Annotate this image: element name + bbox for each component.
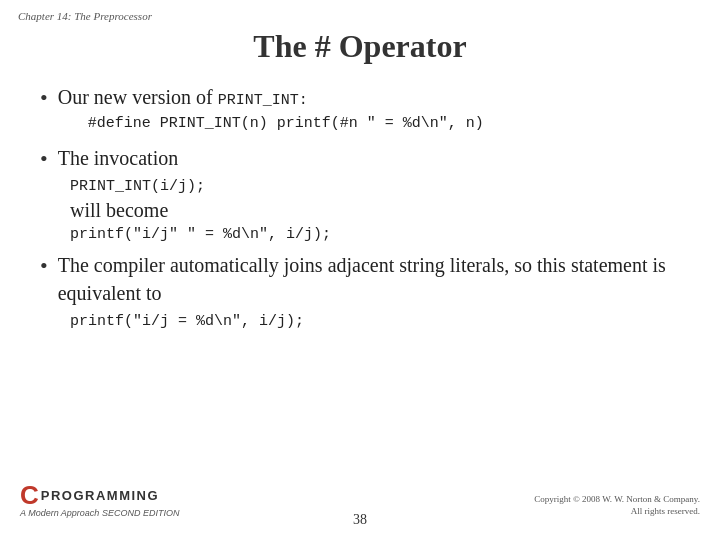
code-inline-1: PRINT_INT: (218, 92, 308, 109)
bullet-text-3: The compiler automatically joins adjacen… (58, 254, 666, 304)
code-block-2b: printf("i/j" " = %d\n", i/j); (70, 226, 680, 243)
footer-logo: C PROGRAMMING A Modern Approach SECOND E… (20, 482, 179, 518)
code-block-3: printf("i/j = %d\n", i/j); (70, 313, 680, 330)
logo-programming-text: PROGRAMMING (41, 488, 159, 503)
logo-c-letter: C (20, 482, 39, 508)
logo-subtitle-text: A Modern Approach SECOND EDITION (20, 508, 179, 518)
page-number: 38 (353, 512, 367, 528)
bullet-item-3: • The compiler automatically joins adjac… (40, 251, 680, 307)
bullet-text-1: Our new version of PRINT_INT: (58, 86, 308, 108)
footer-copyright: Copyright © 2008 W. W. Norton & Company.… (534, 493, 700, 518)
bullet-text-2: The invocation (58, 147, 179, 169)
bullet-icon-1: • (40, 85, 48, 111)
bullet-icon-2: • (40, 146, 48, 172)
footer: C PROGRAMMING A Modern Approach SECOND E… (0, 512, 720, 528)
page-title: The # Operator (0, 28, 720, 65)
copyright-text: Copyright © 2008 W. W. Norton & Company.… (534, 494, 700, 517)
will-become-text: will become (70, 199, 680, 222)
code-block-1: #define PRINT_INT(n) printf(#n " = %d\n"… (88, 115, 484, 132)
content-area: • Our new version of PRINT_INT: #define … (0, 83, 720, 330)
bullet-icon-3: • (40, 253, 48, 279)
bullet-item-1: • Our new version of PRINT_INT: #define … (40, 83, 680, 136)
chapter-label: Chapter 14: The Preprocessor (18, 10, 152, 22)
bullet-item-2: • The invocation (40, 144, 680, 172)
code-block-2a: PRINT_INT(i/j); (70, 178, 680, 195)
